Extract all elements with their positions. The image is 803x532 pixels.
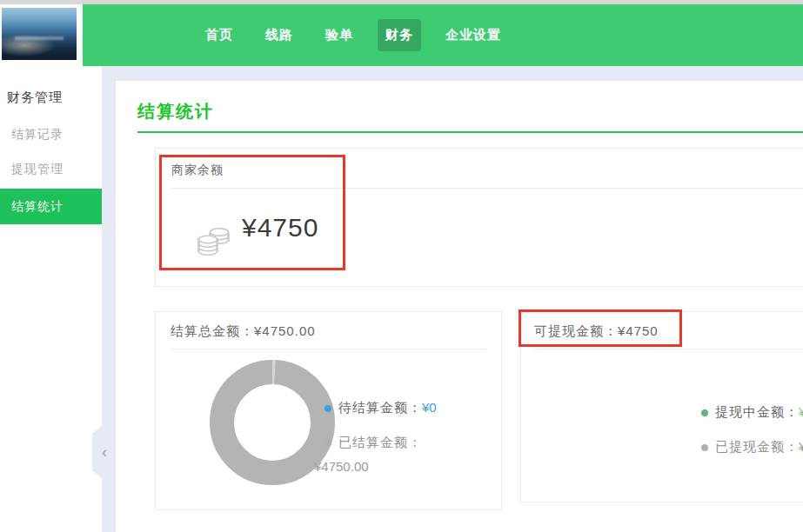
sidebar: 财务管理 结算记录 提现管理 结算统计 [0,66,102,532]
settlement-total-title: 结算总金额：¥4750.00 [171,323,316,340]
withdrawable-amount-card: 可提现金额：¥4750 提现中金额：¥0 已提现金额：¥0 [520,311,803,502]
nav-item-enterprise-settings[interactable]: 企业设置 [438,19,509,51]
legend-item-withdrawing: 提现中金额：¥0 [691,403,803,421]
green-bullet-icon [701,409,708,416]
gray-bullet-icon [701,444,708,451]
withdraw-legend: 提现中金额：¥0 已提现金额：¥0 [691,403,803,473]
nav-item-verify[interactable]: 验单 [318,19,361,51]
logo-image [2,8,77,60]
legend-item-pending-settlement: 待结算金额：¥0 [314,399,453,416]
merchant-balance-title: 商家余额 [171,163,224,178]
coins-icon [195,223,233,264]
app-window: 首页 线路 验单 财务 企业设置 财务管理 结算记录 提现管理 结算统计 结算统… [0,0,803,532]
withdrawable-amount-title: 可提现金额：¥4750 [534,323,659,340]
settled-amount-value: ¥4750.00 [314,458,453,475]
sidebar-item-settlement-statistics[interactable]: 结算统计 [0,189,102,224]
sidebar-item-withdrawal-management[interactable]: 提现管理 [11,162,64,177]
page-title: 结算统计 [137,100,214,123]
title-underline [137,131,803,133]
main-content-card: 结算统计 商家余额 [116,81,803,532]
top-navbar: 首页 线路 验单 财务 企业设置 [0,4,803,66]
settlement-legend: 待结算金额：¥0 已结算金额： ¥4750.00 [314,399,453,493]
merchant-balance-amount: ¥4750 [242,213,318,243]
sidebar-group-finance-management: 财务管理 [7,90,63,106]
settlement-card-divider [171,349,486,349]
nav-item-home[interactable]: 首页 [197,19,241,51]
balance-card-divider [171,188,803,189]
nav-item-routes[interactable]: 线路 [258,19,301,51]
settlement-total-card: 结算总金额：¥4750.00 待结算金额：¥0 已结算金额： [155,311,502,510]
chevron-left-icon[interactable]: ‹ [97,439,111,465]
merchant-balance-card: 商家余额 [155,148,803,287]
blue-bullet-icon [325,405,331,412]
withdraw-card-divider [534,349,803,349]
legend-item-withdrawn: 已提现金额：¥0 [691,438,803,456]
nav-item-finance[interactable]: 财务 [378,19,421,51]
nav-menu: 首页 线路 验单 财务 企业设置 [197,4,509,66]
legend-item-settled: 已结算金额： ¥4750.00 [314,434,453,475]
gray-bullet-icon [325,440,331,447]
sidebar-item-settlement-records[interactable]: 结算记录 [11,127,64,143]
logo-container[interactable] [0,4,83,66]
